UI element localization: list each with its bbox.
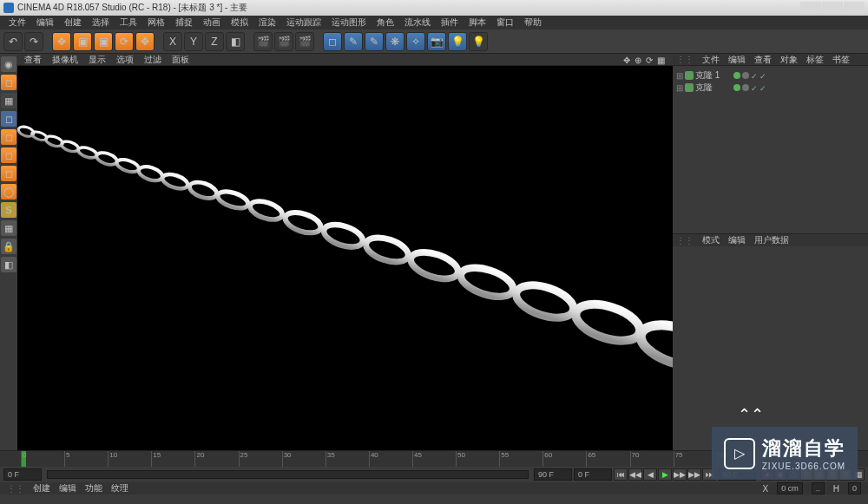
make-editable-tool[interactable]: ◉ xyxy=(1,56,16,72)
coord-dot-field[interactable]: .. xyxy=(812,482,825,494)
light2-button[interactable]: 💡 xyxy=(469,32,488,51)
workplane-tool[interactable]: ◻ xyxy=(1,111,16,127)
menu-edit[interactable]: 编辑 xyxy=(31,16,59,29)
mat-tab-create[interactable]: 创建 xyxy=(33,482,50,494)
viewport[interactable] xyxy=(17,66,673,450)
prev-key-button[interactable]: ◀◀ xyxy=(628,468,642,481)
obj-tab-file[interactable]: 文件 xyxy=(702,54,720,66)
scale-tool[interactable]: ▣ xyxy=(94,32,113,51)
menu-file[interactable]: 文件 xyxy=(3,16,31,29)
enable-check[interactable]: ✓ xyxy=(751,72,758,79)
render-vis-dot[interactable] xyxy=(742,72,749,79)
start-frame-field[interactable]: 0 F xyxy=(3,468,42,481)
object-name[interactable]: 克隆 1 xyxy=(695,69,720,82)
view-menu-view[interactable]: 查看 xyxy=(24,54,42,66)
mat-tab-function[interactable]: 功能 xyxy=(85,482,102,494)
menu-pipeline[interactable]: 流水线 xyxy=(399,16,436,29)
x-axis-toggle[interactable]: X xyxy=(163,32,182,51)
range-slider[interactable] xyxy=(47,470,529,479)
goto-start-button[interactable]: ⏮ xyxy=(614,468,628,481)
menu-character[interactable]: 角色 xyxy=(372,16,399,29)
z-axis-toggle[interactable]: Z xyxy=(205,32,224,51)
light-button[interactable]: 💡 xyxy=(448,32,467,51)
attr-tab-userdata[interactable]: 用户数据 xyxy=(754,234,789,246)
minimize-button[interactable] xyxy=(800,2,821,14)
viewport-zoom-icon[interactable]: ⊕ xyxy=(635,56,643,64)
menu-script[interactable]: 脚本 xyxy=(464,16,491,29)
object-tree[interactable]: ⊞ 克隆 1 ⊞ 克隆 ✓ ✓ xyxy=(673,66,868,233)
object-name[interactable]: 克隆 xyxy=(695,82,713,94)
coord-system-button[interactable]: ◧ xyxy=(226,32,245,51)
camera-button[interactable]: 📷 xyxy=(427,32,446,51)
menu-animate[interactable]: 动画 xyxy=(198,16,226,29)
rotate-tool[interactable]: ⟳ xyxy=(115,32,134,51)
menu-simulate[interactable]: 模拟 xyxy=(226,16,253,29)
cur-frame-field[interactable]: 0 F xyxy=(574,468,612,481)
prev-frame-button[interactable]: ◀ xyxy=(643,468,657,481)
maximize-button[interactable] xyxy=(822,2,843,14)
end-frame-field[interactable]: 90 F xyxy=(534,468,572,481)
menu-motiontrack[interactable]: 运动跟踪 xyxy=(281,16,326,29)
viewport-solo-tool[interactable]: ◧ xyxy=(1,257,16,272)
move-tool[interactable]: ▣ xyxy=(73,32,92,51)
primitive-button[interactable]: ◻ xyxy=(323,32,342,51)
menu-mesh[interactable]: 网格 xyxy=(142,16,170,29)
undo-button[interactable]: ↶ xyxy=(3,32,23,51)
tag-icon[interactable]: ✓ xyxy=(760,84,766,91)
polygon-tool[interactable]: ◻ xyxy=(1,166,16,181)
render-picture-button[interactable]: 🎬 xyxy=(274,32,293,51)
expand-icon[interactable]: ⊞ xyxy=(676,71,683,81)
mat-tab-edit[interactable]: 编辑 xyxy=(59,482,76,494)
menu-render[interactable]: 渲染 xyxy=(253,16,281,29)
viewport-layout-icon[interactable]: ▦ xyxy=(657,56,666,64)
axis-tool[interactable]: ◯ xyxy=(1,184,16,200)
render-settings-button[interactable]: 🎬 xyxy=(295,32,314,51)
view-menu-options[interactable]: 选项 xyxy=(116,54,134,66)
obj-tab-bookmarks[interactable]: 书签 xyxy=(832,54,850,66)
model-tool[interactable]: ◻ xyxy=(1,75,16,90)
menu-mograph[interactable]: 运动图形 xyxy=(326,16,372,29)
menu-window[interactable]: 窗口 xyxy=(491,16,519,29)
menu-select[interactable]: 选择 xyxy=(87,16,115,29)
play-button[interactable]: ▶ xyxy=(658,468,672,481)
view-menu-filter[interactable]: 过滤 xyxy=(144,54,161,66)
point-tool[interactable]: ◻ xyxy=(1,129,16,145)
lock-tool[interactable]: 🔒 xyxy=(1,239,16,254)
menu-tools[interactable]: 工具 xyxy=(115,16,142,29)
mat-tab-texture[interactable]: 纹理 xyxy=(111,482,128,494)
menu-create[interactable]: 创建 xyxy=(59,16,87,29)
attr-tab-mode[interactable]: 模式 xyxy=(702,234,720,246)
texture-tool[interactable]: ▦ xyxy=(1,93,16,108)
close-button[interactable] xyxy=(844,2,865,14)
viewport-rotate-icon[interactable]: ⟳ xyxy=(646,56,654,64)
y-axis-toggle[interactable]: Y xyxy=(184,32,203,51)
coord-x-field[interactable]: 0 cm xyxy=(777,482,803,494)
tag-icon[interactable]: ✓ xyxy=(760,72,766,79)
render-view-button[interactable]: 🎬 xyxy=(253,32,273,51)
object-row[interactable]: ⊞ 克隆 xyxy=(676,82,728,94)
viewport-nav-icon[interactable]: ✥ xyxy=(623,56,632,64)
redo-button[interactable]: ↷ xyxy=(24,32,43,51)
next-frame-button[interactable]: ▶▶ xyxy=(673,468,687,481)
attr-tab-edit[interactable]: 编辑 xyxy=(728,234,746,246)
view-menu-camera[interactable]: 摄像机 xyxy=(52,54,78,66)
edge-tool[interactable]: ◻ xyxy=(1,147,16,163)
menu-plugins[interactable]: 插件 xyxy=(436,16,464,29)
render-vis-dot[interactable] xyxy=(742,84,749,91)
environment-button[interactable]: ✧ xyxy=(406,32,425,51)
next-key-button[interactable]: ▶▶ xyxy=(687,468,701,481)
menu-snap[interactable]: 捕捉 xyxy=(170,16,198,29)
snap-tool[interactable]: S xyxy=(1,202,16,218)
workplane2-tool[interactable]: ▦ xyxy=(1,220,16,236)
object-row[interactable]: ⊞ 克隆 1 xyxy=(676,69,728,82)
deformer-button[interactable]: ❋ xyxy=(385,32,404,51)
view-menu-panel[interactable]: 面板 xyxy=(172,54,189,66)
generator-button[interactable]: ✎ xyxy=(365,32,384,51)
editor-vis-dot[interactable] xyxy=(733,84,740,91)
enable-check[interactable]: ✓ xyxy=(751,84,758,91)
obj-tab-tags[interactable]: 标签 xyxy=(806,54,824,66)
editor-vis-dot[interactable] xyxy=(733,72,740,79)
view-menu-display[interactable]: 显示 xyxy=(89,54,106,66)
coord-h-field[interactable]: 0 xyxy=(848,482,861,494)
obj-tab-view[interactable]: 查看 xyxy=(754,54,772,66)
